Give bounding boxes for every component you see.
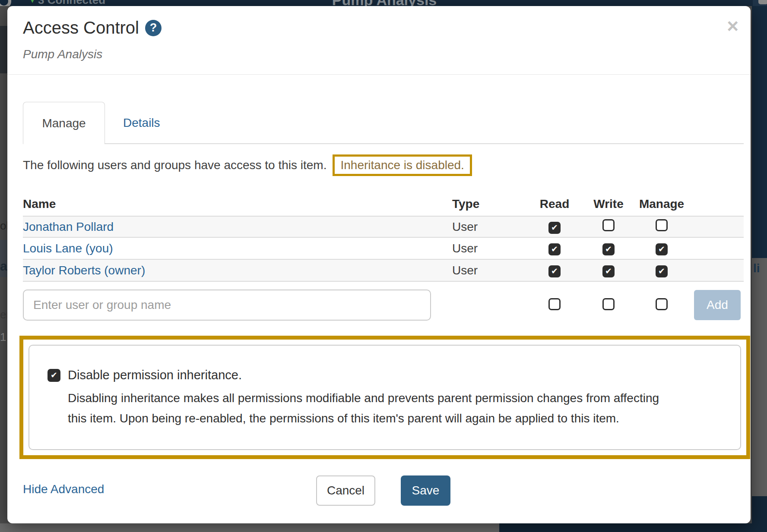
background-panel [752,6,767,258]
read-checkbox[interactable] [548,243,561,255]
tab-manage[interactable]: Manage [23,102,105,144]
disable-inheritance-checkbox[interactable] [48,369,60,382]
new-manage-checkbox[interactable] [656,298,668,310]
intro-row: The following users and groups have acce… [23,154,472,176]
write-checkbox[interactable] [602,243,615,255]
save-button[interactable]: Save [401,475,450,506]
add-user-row: Add [23,283,744,327]
background-panel [0,523,499,532]
col-header-write: Write [593,197,624,211]
advanced-panel: Disable permission inheritance. Disablin… [29,345,741,450]
add-button[interactable]: Add [694,290,741,320]
background-panel [752,496,767,523]
tab-details[interactable]: Details [123,102,160,144]
user-name-link[interactable]: Louis Lane (you) [23,242,113,255]
dialog-title-row: Access Control ? [23,18,162,38]
dialog-footer: Hide Advanced Cancel Save [23,475,744,507]
table-row: Louis Lane (you) User [23,238,744,260]
cancel-button[interactable]: Cancel [316,475,375,506]
col-header-read: Read [540,197,569,211]
sidebar-text-fragment: 1 [0,331,6,344]
inheritance-disabled-notice: Inheritance is disabled. [333,154,472,176]
tab-underline [105,143,744,144]
table-rows: Jonathan Pollard User Louis Lane (you) U… [23,216,744,282]
inheritance-description: Disabling inheritance makes all permissi… [68,388,727,428]
manage-checkbox[interactable] [656,243,668,255]
connected-status-icon: ▾ [30,0,35,5]
read-checkbox[interactable] [548,265,561,277]
user-name-link[interactable]: Jonathan Pollard [23,220,114,233]
background-bottom-edge [0,523,767,532]
user-type-cell: User [444,220,524,234]
connected-label: 3 Connected [38,0,105,6]
background-left-sidebar: ol al er 1 [0,6,7,523]
table-header-row: Name Type Read Write Manage [23,192,744,216]
app-page-title: Pump Analysis [285,0,484,6]
user-name-cell: Taylor Roberts (owner) [23,264,444,277]
manage-checkbox[interactable] [656,219,668,231]
user-name-cell: Louis Lane (you) [23,242,444,255]
background-right-edge: li [752,6,767,523]
close-icon[interactable]: × [724,16,741,36]
user-name-link[interactable]: Taylor Roberts (owner) [23,264,145,277]
sidebar-block [0,26,7,73]
write-checkbox[interactable] [602,265,615,277]
topbar-button-fragment [758,0,767,4]
table-row: Taylor Roberts (owner) User [23,260,744,282]
dialog-title: Access Control [23,18,139,38]
manage-checkbox[interactable] [656,265,668,277]
tab-bar: Manage Details [23,102,744,144]
new-write-checkbox[interactable] [602,298,615,310]
new-read-checkbox[interactable] [548,298,561,310]
disable-inheritance-row: Disable permission inheritance. [48,368,727,382]
write-checkbox[interactable] [602,219,615,231]
read-checkbox[interactable] [548,222,561,234]
user-type-cell: User [444,242,524,255]
access-control-dialog: × Access Control ? Pump Analysis Manage … [7,6,751,523]
user-type-cell: User [444,264,524,277]
background-panel [499,523,767,532]
app-topbar: ▾ 3 Connected Pump Analysis [0,0,767,6]
hide-advanced-link[interactable]: Hide Advanced [23,482,104,496]
dialog-subtitle: Pump Analysis [23,47,102,61]
table-row: Jonathan Pollard User [23,216,744,238]
advanced-highlight-box: Disable permission inheritance. Disablin… [19,336,750,459]
help-icon[interactable]: ? [145,20,162,36]
header-divider [7,74,751,75]
connection-status: ▾ 3 Connected [30,0,105,6]
col-header-type: Type [444,197,524,211]
background-text-fragment: li [753,261,760,275]
intro-text: The following users and groups have acce… [23,158,326,172]
user-name-cell: Jonathan Pollard [23,220,444,234]
screen: ▾ 3 Connected Pump Analysis ol al er 1 l… [0,0,767,532]
disable-inheritance-label: Disable permission inheritance. [68,368,242,382]
permissions-table: Name Type Read Write Manage Jonathan Pol… [23,192,744,282]
user-or-group-input[interactable] [23,290,431,321]
col-header-manage: Manage [639,197,684,211]
col-header-name: Name [23,197,444,211]
app-logo-icon [0,0,11,6]
